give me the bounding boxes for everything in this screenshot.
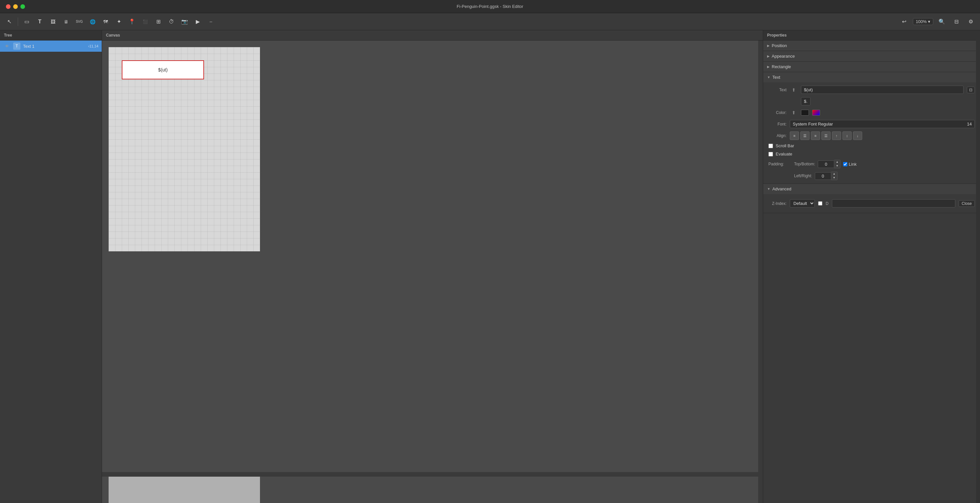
canvas-header: Canvas [102,30,763,40]
evaluate-checkbox[interactable] [768,152,773,156]
camera-tool[interactable]: 📷 [179,16,191,27]
position-arrow: ▶ [767,44,770,48]
canvas-area[interactable]: $(ut) [102,40,763,503]
dollar-text: $. [804,99,808,104]
text-section-content: Text ⬆ ⊡ $. Color: [763,82,980,184]
monitor-tool[interactable]: ⬛ [139,16,151,27]
dollar-button[interactable]: $. [801,97,811,105]
top-bottom-input[interactable] [818,160,834,168]
svg-tool[interactable]: SVG [73,16,85,27]
pin-tool[interactable]: 📍 [126,16,138,27]
zindex-select[interactable]: Default [790,199,815,208]
properties-scrollbar[interactable] [976,30,980,503]
link-checkbox[interactable] [843,162,847,166]
zoom-control[interactable]: 100% ▾ [913,18,933,25]
canvas-text-element[interactable]: $(ut) [122,60,204,79]
timer-tool[interactable]: ⏱ [165,16,177,27]
zindex-input[interactable] [832,199,956,208]
appearance-arrow: ▶ [767,54,770,58]
eye-icon[interactable]: 👁 [3,43,11,50]
link-checkbox-container: Link [843,162,857,167]
text-input[interactable] [801,86,964,94]
font-selector[interactable]: System Font Regular 14 [790,120,975,128]
align-top[interactable]: ↑ [832,131,841,140]
text-share-icon[interactable]: ⬆ [790,86,798,94]
close-button[interactable]: Close [959,200,975,207]
font-label: Font: [768,122,786,126]
properties-panel: Properties ▶ Position ▶ Appearance ▶ Rec… [763,30,980,503]
padding-row: Padding: Top/Bottom: ▲ ▼ Link [768,160,975,168]
color-swatch[interactable] [801,110,809,116]
settings-button[interactable]: ⚙ [965,16,977,27]
globe-tool[interactable]: 🌐 [86,16,99,27]
tree-panel: Tree 👁 T Text 1 ›11,14 [0,30,102,503]
advanced-section-header[interactable]: ▼ Advanced [763,184,980,194]
scrollbar-checkbox[interactable] [768,144,773,148]
tree-item-text1[interactable]: 👁 T Text 1 ›11,14 [0,40,102,52]
tree-item-label: Text 1 [23,44,86,49]
window-title: Fi-Penguin-Point.ggsk - Skin Editor [457,4,523,9]
padding-lr-row: Left/Right: ▲ ▼ [768,172,975,180]
compass-tool[interactable]: ✦ [113,16,125,27]
left-right-down[interactable]: ▼ [831,176,837,180]
text-section-header[interactable]: ▼ Text [763,72,980,82]
text-expand-btn[interactable]: ⊡ [967,87,975,93]
rectangle-section: ▶ Rectangle [763,62,980,72]
position-section: ▶ Position [763,40,980,51]
map-tool[interactable]: 🗺 [100,16,111,27]
left-right-up[interactable]: ▲ [831,172,837,176]
color-gradient-swatch[interactable] [812,110,820,116]
left-right-label: Left/Right: [794,174,812,178]
align-center[interactable]: ☰ [800,131,810,140]
play-tool[interactable]: ▶ [192,16,204,27]
top-bottom-down[interactable]: ▼ [834,164,840,168]
evaluate-label: Evaluate [776,152,792,156]
font-name: System Font Regular [793,121,833,126]
rectangle-tool[interactable]: ▭ [21,16,33,27]
properties-header: Properties [763,30,980,40]
close-button-label: Close [962,201,972,206]
top-bottom-up[interactable]: ▲ [834,160,840,164]
toolbar-right: ↩ 100% ▾ 🔍 ⊟ ⚙ [898,16,977,27]
rectangle-section-header[interactable]: ▶ Rectangle [763,62,980,72]
top-bottom-stepper[interactable]: ▲ ▼ [818,160,840,168]
top-bottom-label: Top/Bottom: [794,162,815,166]
dollar-container: $. [801,97,975,105]
tree-item-tag: ›11,14 [88,44,99,48]
screen-tool[interactable]: 🖥 [60,16,72,27]
rectangle-arrow: ▶ [767,65,770,69]
appearance-section-header[interactable]: ▶ Appearance [763,51,980,61]
align-left[interactable]: ≡ [790,131,799,140]
cursor-tool[interactable]: ↖ [3,16,15,27]
top-bottom-stepper-btns: ▲ ▼ [834,160,840,168]
toolbar: ↖ ▭ T 🖼 🖥 SVG 🌐 🗺 ✦ 📍 ⬛ ⊞ ⏱ 📷 ▶ ─ ↩ 100%… [0,13,980,30]
undo-button[interactable]: ↩ [898,16,910,27]
left-right-input[interactable] [815,172,831,180]
zindex-checkbox[interactable] [818,201,822,206]
align-buttons: ≡ ☰ ≡ ☰ ↑ ↕ ↓ [790,131,862,140]
scrollbar-vertical[interactable] [758,40,763,503]
font-row: Font: System Font Regular 14 [768,120,975,128]
image-tool[interactable]: 🖼 [47,16,59,27]
text-tool[interactable]: T [34,16,46,27]
align-right[interactable]: ≡ [811,131,820,140]
align-middle[interactable]: ↕ [842,131,852,140]
zindex-d-label: D [826,201,829,206]
minimize-dot[interactable] [13,4,18,9]
dollar-spacer-2 [790,97,798,105]
maximize-dot[interactable] [21,4,25,9]
align-justify[interactable]: ☰ [821,131,830,140]
grid-tool[interactable]: ⊞ [152,16,164,27]
scrollbar-horizontal[interactable] [102,472,758,477]
left-right-stepper[interactable]: ▲ ▼ [815,172,837,180]
layers-button[interactable]: ⊟ [950,16,962,27]
canvas-text-content: $(ut) [158,67,168,72]
line-tool[interactable]: ─ [205,16,217,27]
separator-1 [18,18,18,26]
position-section-header[interactable]: ▶ Position [763,40,980,51]
align-bottom[interactable]: ↓ [853,131,862,140]
canvas-grid: $(ut) [108,47,260,251]
search-button[interactable]: 🔍 [936,16,948,27]
close-dot[interactable] [6,4,11,9]
color-share-icon[interactable]: ⬆ [790,109,798,117]
